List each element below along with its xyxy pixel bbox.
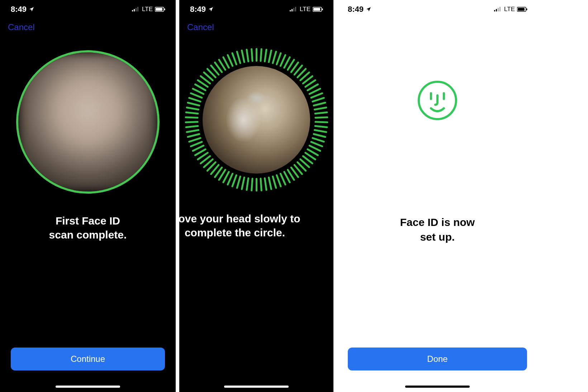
svg-rect-17 <box>499 7 501 11</box>
svg-rect-8 <box>291 9 293 11</box>
faceid-success-icon <box>416 79 459 122</box>
faceid-screen-move-head: 8:49 LTE Cancel Move your h <box>179 0 333 392</box>
status-network: LTE <box>142 6 153 13</box>
svg-rect-2 <box>136 8 137 11</box>
battery-icon <box>155 7 166 12</box>
status-time: 8:49 <box>190 5 206 14</box>
svg-rect-0 <box>132 10 133 11</box>
svg-rect-3 <box>137 7 138 11</box>
svg-rect-14 <box>494 10 495 11</box>
instruction-text: Face ID is now set up. <box>400 215 475 244</box>
cell-signal-icon <box>132 7 140 12</box>
cancel-button[interactable]: Cancel <box>187 22 214 32</box>
face-preview <box>203 66 310 174</box>
location-icon <box>208 6 214 12</box>
svg-rect-12 <box>313 8 320 11</box>
home-indicator[interactable] <box>405 386 470 388</box>
svg-rect-5 <box>156 8 162 11</box>
instruction-text: Move your head slowly to complete the ci… <box>179 212 300 240</box>
home-indicator[interactable] <box>56 386 120 388</box>
status-bar: 8:49 LTE <box>179 0 333 19</box>
face-preview-blurred <box>18 52 157 192</box>
svg-rect-13 <box>322 9 323 10</box>
svg-rect-7 <box>290 10 291 11</box>
nav-bar: Cancel <box>179 19 333 36</box>
svg-rect-10 <box>295 7 296 11</box>
svg-rect-15 <box>496 9 497 11</box>
faceid-screen-done: 8:49 LTE <box>337 0 538 392</box>
home-indicator[interactable] <box>224 386 289 388</box>
status-network: LTE <box>504 6 515 13</box>
status-bar: 8:49 LTE <box>0 0 176 19</box>
continue-button[interactable]: Continue <box>11 348 165 370</box>
svg-rect-19 <box>518 8 525 11</box>
cell-signal-icon <box>494 7 502 12</box>
svg-rect-1 <box>134 9 135 11</box>
status-network: LTE <box>300 6 310 13</box>
done-button[interactable]: Done <box>348 348 527 370</box>
face-progress-ring <box>185 48 328 192</box>
status-time: 8:49 <box>11 5 27 14</box>
instruction-text: First Face ID scan complete. <box>49 214 127 242</box>
svg-rect-16 <box>498 8 499 11</box>
cell-signal-icon <box>290 7 298 12</box>
battery-icon <box>517 7 528 12</box>
status-time: 8:49 <box>348 5 364 14</box>
location-icon <box>29 6 34 12</box>
face-scan-ring <box>16 50 160 194</box>
nav-bar: Cancel <box>0 19 176 36</box>
battery-icon <box>313 7 323 12</box>
status-bar: 8:49 LTE <box>337 0 538 19</box>
svg-rect-6 <box>164 9 165 10</box>
faceid-screen-scan-complete: 8:49 LTE Cancel First Face <box>0 0 176 392</box>
cancel-button[interactable]: Cancel <box>8 22 35 32</box>
location-icon <box>366 6 371 12</box>
svg-rect-9 <box>293 8 294 11</box>
svg-rect-20 <box>526 9 527 10</box>
